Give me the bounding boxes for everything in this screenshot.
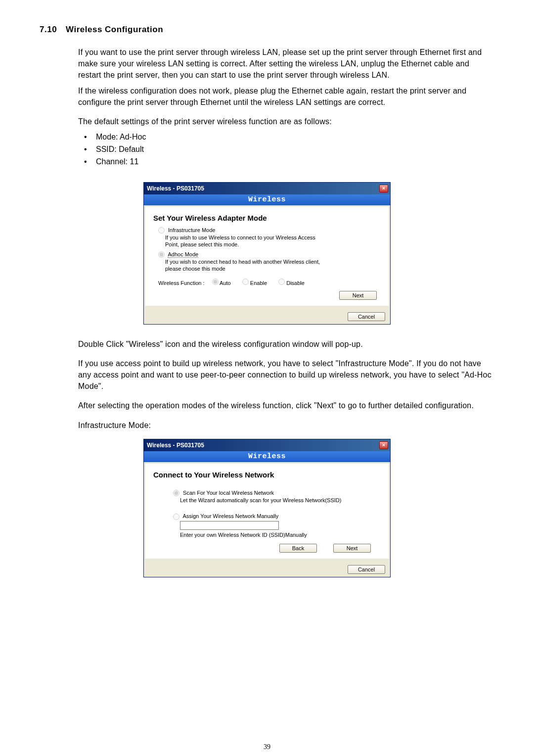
- back-button[interactable]: Back: [279, 544, 317, 553]
- paragraph-4: Double Click "Wireless" icon and the wir…: [78, 338, 494, 350]
- window-panel: Set Your Wireless Adapter Mode Infrastru…: [145, 207, 389, 306]
- button-row: Next: [153, 291, 381, 300]
- wf-enable-option[interactable]: Enable: [242, 280, 267, 286]
- paragraph-3: The default settings of the print server…: [78, 116, 494, 127]
- scan-desc: Let the Wizard automatically scan for yo…: [180, 497, 378, 504]
- next-button[interactable]: Next: [333, 544, 371, 553]
- window-title: Wireless - PS031705: [147, 185, 204, 192]
- default-settings-list: Mode: Ad-Hoc SSID: Default Channel: 11: [78, 131, 494, 168]
- window-band: Wireless: [144, 194, 390, 205]
- cancel-button[interactable]: Cancel: [348, 565, 385, 574]
- page-number: 39: [0, 743, 534, 751]
- wf-disable-radio[interactable]: [278, 279, 285, 285]
- list-item: SSID: Default: [78, 143, 494, 156]
- wireless-function-row: Wireless Function : Auto Enable Disable: [158, 279, 381, 286]
- section-heading: 7.10Wireless Configuration: [40, 25, 494, 35]
- wireless-mode-window: Wireless - PS031705 × Wireless Set Your …: [143, 182, 391, 325]
- paragraph-5: If you use access point to build up wire…: [78, 358, 494, 392]
- wireless-function-label: Wireless Function :: [158, 280, 205, 286]
- adhoc-label: Adhoc Mode: [168, 251, 198, 258]
- infrastructure-desc: If you wish to use Wireless to connect t…: [165, 235, 323, 248]
- wireless-connect-window: Wireless - PS031705 × Wireless Connect t…: [143, 439, 391, 577]
- panel-heading: Set Your Wireless Adapter Mode: [153, 214, 381, 222]
- next-button[interactable]: Next: [339, 291, 377, 300]
- paragraph-1: If you want to use the print server thro…: [78, 47, 494, 81]
- adhoc-mode-option[interactable]: Adhoc Mode: [158, 251, 381, 258]
- wf-disable-label: Disable: [286, 280, 305, 286]
- button-row: Back Next: [153, 544, 381, 553]
- cancel-button[interactable]: Cancel: [348, 312, 385, 321]
- wf-enable-radio[interactable]: [242, 279, 249, 285]
- close-icon[interactable]: ×: [379, 441, 388, 449]
- manual-option[interactable]: Assign Your Wireless Network Manually: [173, 513, 381, 520]
- section-title-text: Wireless Configuration: [66, 25, 163, 34]
- wf-auto-label: Auto: [220, 280, 231, 286]
- wf-auto-option[interactable]: Auto: [212, 280, 231, 286]
- ssid-input[interactable]: [180, 521, 279, 530]
- scan-option[interactable]: Scan For Your local Wireless Network: [173, 490, 381, 497]
- paragraph-2: If the wireless configuration does not w…: [78, 85, 494, 108]
- list-item: Channel: 11: [78, 156, 494, 168]
- titlebar: Wireless - PS031705 ×: [144, 183, 390, 194]
- infrastructure-mode-option[interactable]: Infrastructure Mode: [158, 227, 381, 234]
- wf-auto-radio[interactable]: [212, 279, 219, 285]
- window-band: Wireless: [144, 451, 390, 462]
- panel-heading: Connect to Your Wireless Network: [153, 471, 381, 479]
- close-icon[interactable]: ×: [379, 185, 388, 192]
- cancel-row: Cancel: [144, 560, 390, 577]
- window-title: Wireless - PS031705: [147, 442, 204, 449]
- paragraph-7: Infrastructure Mode:: [78, 420, 494, 431]
- cancel-row: Cancel: [144, 307, 390, 324]
- manual-radio[interactable]: [173, 514, 179, 520]
- infrastructure-radio[interactable]: [158, 227, 165, 234]
- infrastructure-label: Infrastructure Mode: [168, 227, 215, 233]
- titlebar: Wireless - PS031705 ×: [144, 439, 390, 451]
- manual-desc: Enter your own Wireless Network ID (SSID…: [180, 532, 378, 539]
- list-item: Mode: Ad-Hoc: [78, 131, 494, 143]
- section-number: 7.10: [40, 25, 57, 35]
- adhoc-desc: If you wish to connect head to head with…: [165, 259, 323, 273]
- scan-label: Scan For Your local Wireless Network: [183, 490, 274, 496]
- manual-label: Assign Your Wireless Network Manually: [182, 513, 278, 519]
- paragraph-6: After selecting the operation modes of t…: [78, 400, 494, 411]
- scan-radio[interactable]: [173, 490, 179, 496]
- wf-disable-option[interactable]: Disable: [278, 280, 305, 286]
- window-panel: Connect to Your Wireless Network Scan Fo…: [145, 464, 389, 559]
- wf-enable-label: Enable: [250, 280, 267, 286]
- adhoc-radio[interactable]: [158, 251, 165, 258]
